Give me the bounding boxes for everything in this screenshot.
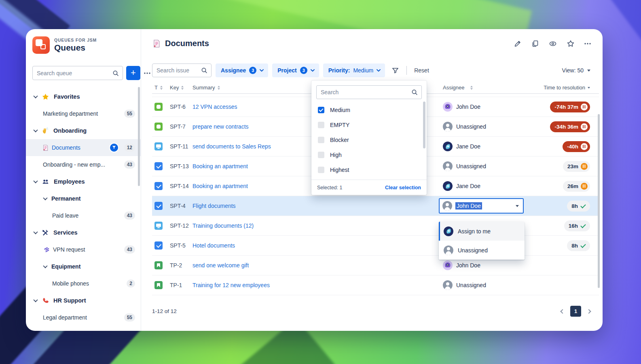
- issue-summary-link[interactable]: send one welcome gift: [193, 262, 249, 269]
- funnel-icon: [391, 67, 399, 74]
- sort-icon: [160, 86, 163, 90]
- priority-option-high[interactable]: High: [311, 147, 427, 162]
- sidebar-subsection-permanent[interactable]: Permanent: [26, 190, 141, 207]
- priority-search-input[interactable]: [321, 89, 409, 95]
- reset-filters-button[interactable]: Reset: [414, 67, 429, 74]
- sidebar-item-vpn-request[interactable]: VPN request 43: [26, 241, 141, 258]
- sidebar-item-onboarding-new-employees[interactable]: Onboarding - new emp... 43: [26, 156, 141, 173]
- issue-summary-link[interactable]: Training for 12 new employees: [193, 282, 270, 288]
- sidebar-section-onboarding[interactable]: Onboarding: [26, 122, 141, 139]
- column-header-time-to-resolution[interactable]: Time to resolution: [530, 85, 599, 91]
- add-filter-button[interactable]: [391, 67, 399, 74]
- issue-type-icon: [154, 241, 163, 250]
- pagination-range: 1-12 of 12: [152, 308, 177, 314]
- checkbox-icon[interactable]: [318, 152, 324, 158]
- count-badge: 43: [124, 212, 135, 220]
- edit-queue-button[interactable]: [514, 40, 522, 48]
- issue-summary-link[interactable]: prepare new contracts: [193, 123, 249, 130]
- main-panel: Documents: [141, 29, 603, 331]
- table-row[interactable]: SPT-12 Training documents (12) 16h: [152, 216, 599, 236]
- issue-summary-link[interactable]: Booking an apartment: [193, 183, 248, 189]
- sla-badge: 23m: [563, 161, 590, 172]
- clone-queue-button[interactable]: [531, 40, 539, 48]
- assignee-option-unassigned[interactable]: Unassigned: [439, 241, 525, 260]
- issue-summary-link[interactable]: Booking an apartment: [193, 163, 248, 169]
- chevron-right-icon[interactable]: [586, 309, 591, 313]
- sidebar-section-hr-support[interactable]: HR Support: [26, 292, 141, 309]
- issue-summary-link[interactable]: send documents to Sales Reps: [193, 143, 271, 150]
- queue-search-input[interactable]: [37, 70, 110, 76]
- table-row[interactable]: SPT-4 Flight documents John Doe Assign t…: [152, 196, 599, 216]
- assignee-combobox[interactable]: John Doe: [439, 198, 524, 214]
- priority-option-medium[interactable]: Medium: [311, 102, 427, 117]
- issue-search[interactable]: [152, 63, 212, 77]
- column-header-type[interactable]: T: [152, 85, 170, 91]
- issue-summary-link[interactable]: 12 VPN accesses: [193, 104, 237, 110]
- issue-type-icon: [154, 281, 163, 289]
- sidebar-item-documents[interactable]: Documents 12: [26, 139, 141, 156]
- sidebar-scrollbar[interactable]: [138, 87, 140, 186]
- issue-key: TP-2: [170, 262, 193, 269]
- priority-search[interactable]: [316, 85, 422, 99]
- priority-filter-chip[interactable]: Priority: Medium: [323, 63, 385, 77]
- sla-status-icon: [581, 143, 588, 150]
- priority-option-highest[interactable]: Highest: [311, 162, 427, 177]
- issue-key: SPT-7: [170, 123, 193, 130]
- sidebar-item-marketing-department[interactable]: Marketing department 55: [26, 105, 141, 122]
- table-scrollbar[interactable]: [598, 114, 600, 288]
- checkbox-icon[interactable]: [318, 167, 324, 173]
- column-header-assignee[interactable]: Assignee: [443, 85, 530, 91]
- sla-status-icon: [581, 183, 588, 190]
- checkbox-icon[interactable]: [318, 122, 324, 128]
- issue-summary-link[interactable]: Training documents (12): [193, 222, 254, 229]
- issue-type-icon: [154, 123, 163, 131]
- priority-option-empty[interactable]: EMPTY: [311, 117, 427, 132]
- section-label: HR Support: [53, 297, 86, 304]
- sort-icon: [218, 86, 220, 90]
- sidebar-section-employees[interactable]: Employees: [26, 173, 141, 190]
- sidebar-subsection-equipment[interactable]: Equipment: [26, 258, 141, 275]
- assignee-avatar: [443, 102, 453, 112]
- sidebar-item-paid-leave[interactable]: Paid leave 43: [26, 207, 141, 224]
- pencil-icon: [514, 40, 522, 48]
- assignee-name: John Doe: [456, 262, 480, 269]
- sidebar-section-services[interactable]: Services: [26, 224, 141, 241]
- priority-option-blocker[interactable]: Blocker: [311, 132, 427, 147]
- issue-type-icon: [154, 222, 163, 230]
- sidebar-section-favorites[interactable]: Favorites: [26, 88, 141, 105]
- sla-badge: 16h: [564, 220, 590, 231]
- assignee-option-assign-to-me[interactable]: Assign to me: [439, 222, 525, 241]
- issue-search-input[interactable]: [157, 67, 199, 74]
- queue-more-button[interactable]: [584, 42, 591, 45]
- issue-summary-link[interactable]: Flight documents: [193, 203, 236, 209]
- issue-key: TP-1: [170, 282, 193, 288]
- issue-type-icon: [154, 162, 163, 170]
- table-row[interactable]: TP-1 Training for 12 new employees Unass…: [152, 275, 599, 295]
- table-row[interactable]: TP-2 send one welcome gift John Doe: [152, 256, 599, 275]
- add-queue-button[interactable]: +: [126, 66, 140, 80]
- view-page-size-select[interactable]: View: 50: [562, 67, 590, 74]
- dropdown-scrollbar[interactable]: [423, 102, 425, 148]
- watch-queue-button[interactable]: [548, 40, 557, 48]
- page-button[interactable]: 1: [570, 306, 581, 317]
- project-filter-chip[interactable]: Project 3: [272, 63, 319, 77]
- chevron-left-icon[interactable]: [560, 309, 565, 313]
- sla-status-icon: [580, 223, 586, 229]
- table-row[interactable]: SPT-5 Hotel documents 8h: [152, 236, 599, 256]
- sidebar-item-legal-department[interactable]: Legal department 55: [26, 309, 141, 326]
- sla-status-icon: [581, 163, 588, 170]
- queue-search[interactable]: [32, 66, 123, 80]
- assignee-filter-chip[interactable]: Assignee 3: [216, 63, 268, 77]
- clear-selection-button[interactable]: Clear selection: [385, 185, 421, 190]
- sidebar-item-mobile-phones[interactable]: Mobile phones 2: [26, 275, 141, 292]
- count-badge: 2: [127, 279, 135, 288]
- ellipsis-icon: [584, 42, 591, 45]
- bg-stripe: [605, 0, 641, 127]
- issue-summary-link[interactable]: Hotel documents: [193, 242, 235, 249]
- checkbox-icon[interactable]: [318, 107, 324, 113]
- sla-status-icon: [580, 203, 586, 209]
- column-header-key[interactable]: Key: [170, 85, 193, 91]
- checkbox-icon[interactable]: [318, 137, 324, 143]
- sla-badge: -34h 36m: [550, 121, 590, 132]
- favorite-queue-button[interactable]: [567, 40, 575, 48]
